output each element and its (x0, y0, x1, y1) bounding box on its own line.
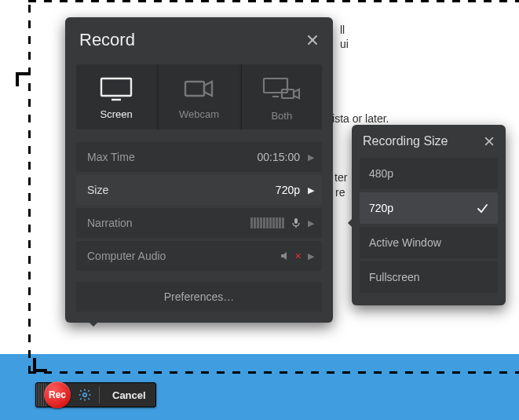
size-option-480p[interactable]: 480p (360, 158, 498, 189)
selection-border (28, 371, 519, 374)
svg-rect-5 (185, 82, 204, 96)
mode-label: Webcam (179, 108, 219, 120)
close-icon (306, 34, 319, 46)
row-label: Computer Audio (87, 250, 280, 262)
level-meter-icon (250, 217, 284, 228)
size-option-label: 480p (369, 167, 488, 180)
mode-label: Screen (101, 108, 133, 120)
mode-webcam[interactable]: Webcam (158, 64, 239, 130)
speaker-muted-icon (280, 250, 293, 261)
bg-text: ter (334, 170, 347, 186)
chevron-right-icon: ▶ (308, 251, 314, 261)
row-max-time[interactable]: Max Time 00:15:00 ▶ (76, 142, 322, 172)
close-button[interactable] (484, 136, 495, 147)
size-option-fullscreen[interactable]: Fullscreen (360, 261, 498, 293)
check-icon (476, 202, 488, 214)
mode-selector: Screen Webcam Both (76, 64, 322, 130)
svg-rect-3 (101, 79, 131, 96)
close-button[interactable] (306, 34, 319, 46)
row-size[interactable]: Size 720p ▶ (76, 175, 322, 205)
preferences-label: Preferences… (164, 290, 234, 303)
record-button-label: Rec (49, 389, 66, 400)
monitor-icon (98, 75, 134, 102)
record-button[interactable]: Rec (44, 382, 71, 408)
size-option-label: Fullscreen (369, 271, 488, 283)
recording-size-panel: Recording Size 480p 720p Active Window F… (352, 125, 506, 305)
bg-text: re (335, 185, 345, 201)
microphone-icon (291, 217, 302, 228)
row-label: Size (87, 184, 276, 196)
size-option-label: Active Window (369, 236, 488, 249)
mode-screen[interactable]: Screen (76, 64, 156, 130)
row-label: Narration (87, 217, 250, 229)
cancel-button-label: Cancel (112, 389, 146, 401)
record-controls-bar: Rec Cancel (35, 382, 156, 407)
settings-button[interactable] (74, 388, 96, 402)
record-panel: Record Screen Webcam Both (65, 17, 333, 323)
size-option-active-window[interactable]: Active Window (360, 227, 498, 258)
both-icon (261, 75, 302, 104)
svg-rect-9 (294, 218, 298, 224)
mode-label: Both (271, 110, 292, 122)
chevron-right-icon: ▶ (308, 185, 314, 195)
row-value: 00:15:00 (258, 151, 301, 163)
webcam-icon (181, 75, 217, 102)
selection-border (28, 0, 31, 374)
size-panel-title: Recording Size (363, 134, 484, 148)
size-option-label: 720p (369, 202, 476, 214)
size-option-720p[interactable]: 720p (360, 192, 498, 224)
bg-text: ui (340, 37, 349, 53)
row-computer-audio[interactable]: Computer Audio ✕ ▶ (76, 241, 322, 271)
gear-icon (78, 388, 92, 402)
corner-handle[interactable] (33, 356, 49, 372)
cancel-button[interactable]: Cancel (103, 383, 155, 407)
close-icon (484, 136, 495, 147)
mute-x-icon: ✕ (294, 251, 302, 261)
svg-rect-6 (264, 79, 287, 93)
chevron-right-icon: ▶ (308, 152, 314, 163)
row-label: Max Time (87, 151, 258, 163)
separator (99, 386, 100, 404)
svg-point-0 (83, 393, 87, 397)
row-narration[interactable]: Narration ▶ (76, 208, 322, 238)
selection-border (28, 0, 519, 2)
corner-handle[interactable] (16, 72, 31, 88)
panel-title: Record (79, 30, 306, 50)
chevron-right-icon: ▶ (308, 218, 314, 228)
mode-both[interactable]: Both (241, 64, 322, 130)
preferences-button[interactable]: Preferences… (76, 282, 322, 312)
row-value: 720p (276, 184, 300, 196)
bg-text: ll (340, 23, 345, 38)
